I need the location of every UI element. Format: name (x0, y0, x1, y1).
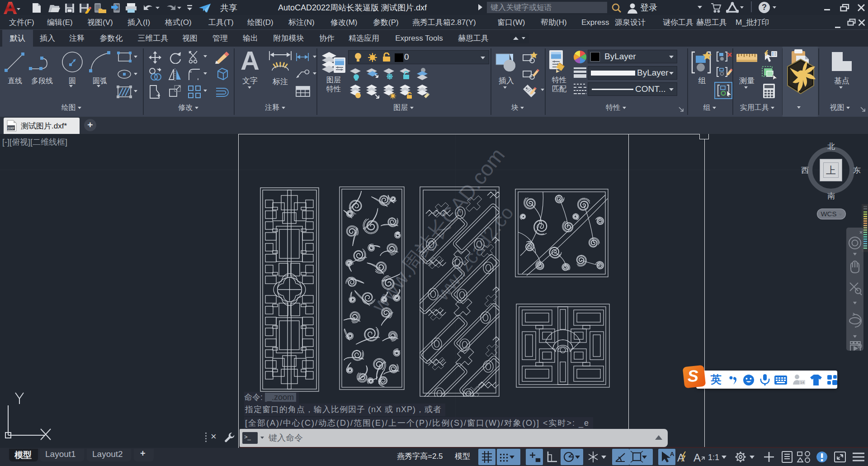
svg-text:DXF: DXF (8, 126, 14, 130)
svg-text:1:1: 1:1 (708, 453, 719, 462)
svg-text:A: A (670, 451, 675, 457)
svg-text:14: 14 (800, 380, 804, 385)
svg-text:A: A (677, 452, 684, 464)
svg-text:A: A (693, 452, 701, 464)
